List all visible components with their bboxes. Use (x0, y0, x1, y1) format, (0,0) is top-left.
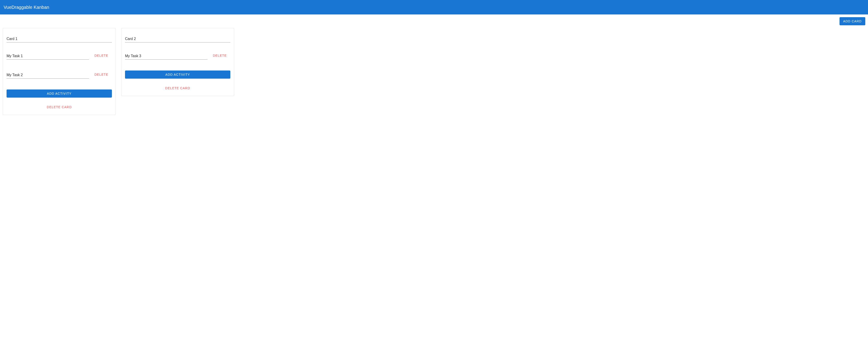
add-card-button[interactable]: Add Card (839, 17, 865, 25)
appbar: VueDraggable Kanban (0, 0, 868, 14)
activity-name-input[interactable] (6, 53, 89, 60)
card-actions: Add Activity Delete Card (125, 70, 230, 92)
card-title-wrap (6, 32, 112, 42)
kanban-card[interactable]: Delete Delete Add Activity Delete Card (3, 28, 116, 115)
delete-card-row: Delete Card (125, 84, 230, 92)
delete-card-button[interactable]: Delete Card (162, 84, 194, 92)
delete-card-button[interactable]: Delete Card (43, 103, 75, 111)
kanban-card[interactable]: Delete Add Activity Delete Card (121, 28, 234, 96)
appbar-title: VueDraggable Kanban (4, 5, 49, 10)
card-title-wrap (125, 32, 230, 42)
activity-name-input[interactable] (125, 53, 208, 60)
activities-list: Delete (125, 42, 230, 60)
card-actions: Add Activity Delete Card (6, 90, 112, 111)
topbar: Add Card (3, 17, 865, 28)
activities-list: Delete Delete (6, 42, 112, 79)
activity-item[interactable]: Delete (6, 52, 112, 60)
add-activity-button[interactable]: Add Activity (125, 70, 230, 79)
card-title-input[interactable] (6, 35, 112, 42)
activity-name-input[interactable] (6, 72, 89, 79)
cards-row: Delete Delete Add Activity Delete Card (3, 28, 865, 115)
activity-item[interactable]: Delete (6, 70, 112, 79)
card-title-input[interactable] (125, 35, 230, 42)
delete-activity-button[interactable]: Delete (209, 52, 230, 60)
delete-activity-button[interactable]: Delete (91, 70, 112, 79)
add-activity-button[interactable]: Add Activity (6, 90, 112, 98)
delete-card-row: Delete Card (6, 103, 112, 111)
delete-activity-button[interactable]: Delete (91, 52, 112, 60)
main-content: Add Card Delete Delete Add Activity (0, 14, 868, 118)
activity-item[interactable]: Delete (125, 52, 230, 60)
